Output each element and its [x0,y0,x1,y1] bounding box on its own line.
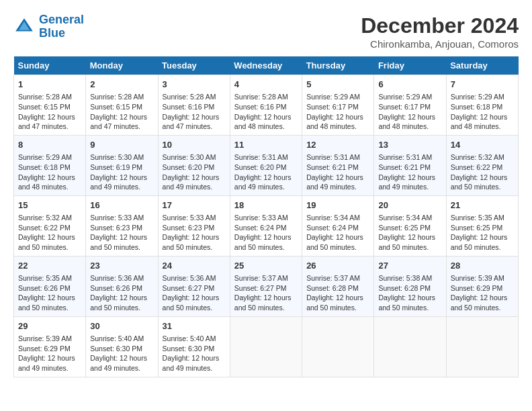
day-number: 4 [234,79,298,91]
daylight-label: Daylight: 12 hours and 47 minutes. [90,113,147,131]
sunset-label: Sunset: 6:28 PM [306,284,359,292]
sunrise-label: Sunrise: 5:40 AM [90,334,144,342]
day-number: 7 [451,79,514,91]
sunrise-label: Sunrise: 5:37 AM [234,274,288,282]
sunrise-label: Sunrise: 5:28 AM [90,93,144,101]
logo-text: General Blue [39,13,84,40]
sunset-label: Sunset: 6:17 PM [306,103,359,111]
sunrise-label: Sunrise: 5:32 AM [451,153,504,161]
page-header: General Blue December 2024 Chironkamba, … [13,13,519,50]
daylight-label: Daylight: 12 hours and 50 minutes. [451,293,508,312]
calendar-day-cell: 17Sunrise: 5:33 AMSunset: 6:23 PMDayligh… [158,195,230,256]
daylight-label: Daylight: 12 hours and 48 minutes. [451,113,508,131]
sunset-label: Sunset: 6:19 PM [90,163,142,171]
day-number: 5 [306,79,369,91]
sunset-label: Sunset: 6:29 PM [18,345,71,353]
daylight-label: Daylight: 12 hours and 47 minutes. [18,113,75,131]
sunset-label: Sunset: 6:29 PM [451,284,503,292]
daylight-label: Daylight: 12 hours and 48 minutes. [18,173,75,191]
calendar-day-cell: 14Sunrise: 5:32 AMSunset: 6:22 PMDayligh… [446,135,518,195]
sunset-label: Sunset: 6:25 PM [451,224,503,232]
day-number: 26 [306,260,369,272]
logo-icon [13,16,35,38]
day-number: 9 [90,139,153,151]
calendar-body: 1Sunrise: 5:28 AMSunset: 6:15 PMDaylight… [14,75,519,377]
logo: General Blue [13,13,84,40]
calendar-week-row: 15Sunrise: 5:32 AMSunset: 6:22 PMDayligh… [14,195,519,256]
calendar-day-cell: 20Sunrise: 5:34 AMSunset: 6:25 PMDayligh… [374,195,446,256]
daylight-label: Daylight: 12 hours and 50 minutes. [18,293,75,312]
sunrise-label: Sunrise: 5:29 AM [18,153,72,161]
day-number: 12 [306,139,369,151]
logo-line1: General [39,13,84,26]
sunset-label: Sunset: 6:21 PM [306,163,359,171]
day-number: 16 [90,199,153,212]
day-number: 25 [234,260,298,272]
calendar-day-cell: 7Sunrise: 5:29 AMSunset: 6:18 PMDaylight… [446,75,518,136]
sunrise-label: Sunrise: 5:33 AM [90,214,144,222]
sunset-label: Sunset: 6:26 PM [18,284,71,292]
sunset-label: Sunset: 6:22 PM [451,163,503,171]
calendar-day-cell [230,316,302,377]
daylight-label: Daylight: 12 hours and 50 minutes. [378,233,435,251]
calendar-day-cell: 10Sunrise: 5:30 AMSunset: 6:20 PMDayligh… [158,135,230,195]
calendar-header-cell: Friday [374,56,446,75]
sunrise-label: Sunrise: 5:33 AM [163,214,216,222]
day-number: 10 [163,139,226,151]
sunset-label: Sunset: 6:27 PM [163,284,215,292]
day-number: 2 [90,79,153,91]
daylight-label: Daylight: 12 hours and 50 minutes. [90,233,147,251]
sunrise-label: Sunrise: 5:37 AM [306,274,360,282]
day-number: 20 [378,199,441,212]
daylight-label: Daylight: 12 hours and 50 minutes. [234,293,292,312]
calendar-day-cell [446,316,518,377]
calendar-week-row: 22Sunrise: 5:35 AMSunset: 6:26 PMDayligh… [14,256,519,316]
day-number: 18 [234,199,298,212]
calendar-day-cell: 26Sunrise: 5:37 AMSunset: 6:28 PMDayligh… [302,256,374,316]
calendar-day-cell: 11Sunrise: 5:31 AMSunset: 6:20 PMDayligh… [230,135,302,195]
sunrise-label: Sunrise: 5:31 AM [378,153,432,161]
sunrise-label: Sunrise: 5:29 AM [451,93,504,101]
sunrise-label: Sunrise: 5:28 AM [234,93,288,101]
calendar-day-cell: 9Sunrise: 5:30 AMSunset: 6:19 PMDaylight… [86,135,158,195]
day-number: 22 [18,260,81,272]
sunset-label: Sunset: 6:18 PM [18,163,71,171]
daylight-label: Daylight: 12 hours and 49 minutes. [306,173,363,191]
calendar-week-row: 8Sunrise: 5:29 AMSunset: 6:18 PMDaylight… [14,135,519,195]
sunset-label: Sunset: 6:15 PM [90,103,142,111]
title-block: December 2024 Chironkamba, Anjouan, Como… [361,13,519,50]
calendar-day-cell: 8Sunrise: 5:29 AMSunset: 6:18 PMDaylight… [14,135,86,195]
day-number: 17 [163,199,226,212]
sunset-label: Sunset: 6:18 PM [451,103,503,111]
calendar-week-row: 29Sunrise: 5:39 AMSunset: 6:29 PMDayligh… [14,316,519,377]
day-number: 11 [234,139,298,151]
sunrise-label: Sunrise: 5:39 AM [18,334,72,342]
calendar-day-cell: 27Sunrise: 5:38 AMSunset: 6:28 PMDayligh… [374,256,446,316]
sunrise-label: Sunrise: 5:33 AM [234,214,288,222]
sunrise-label: Sunrise: 5:34 AM [306,214,360,222]
calendar-header-row: SundayMondayTuesdayWednesdayThursdayFrid… [14,56,519,75]
sunrise-label: Sunrise: 5:36 AM [163,274,216,282]
calendar-header-cell: Wednesday [230,56,302,75]
daylight-label: Daylight: 12 hours and 50 minutes. [306,233,363,251]
calendar-header-cell: Tuesday [158,56,230,75]
calendar-header-cell: Thursday [302,56,374,75]
sunrise-label: Sunrise: 5:36 AM [90,274,144,282]
day-number: 6 [378,79,441,91]
daylight-label: Daylight: 12 hours and 50 minutes. [451,233,508,251]
day-number: 19 [306,199,369,212]
sunset-label: Sunset: 6:28 PM [378,284,431,292]
day-number: 14 [451,139,514,151]
calendar-day-cell: 3Sunrise: 5:28 AMSunset: 6:16 PMDaylight… [158,75,230,136]
calendar-day-cell: 1Sunrise: 5:28 AMSunset: 6:15 PMDaylight… [14,75,86,136]
day-number: 21 [451,199,514,212]
day-number: 8 [18,139,81,151]
sunset-label: Sunset: 6:16 PM [234,103,287,111]
day-number: 28 [451,260,514,272]
day-number: 1 [18,79,81,91]
daylight-label: Daylight: 12 hours and 49 minutes. [90,173,147,191]
sunset-label: Sunset: 6:20 PM [163,163,215,171]
calendar-day-cell: 22Sunrise: 5:35 AMSunset: 6:26 PMDayligh… [14,256,86,316]
daylight-label: Daylight: 12 hours and 49 minutes. [18,354,75,372]
calendar-day-cell: 29Sunrise: 5:39 AMSunset: 6:29 PMDayligh… [14,316,86,377]
